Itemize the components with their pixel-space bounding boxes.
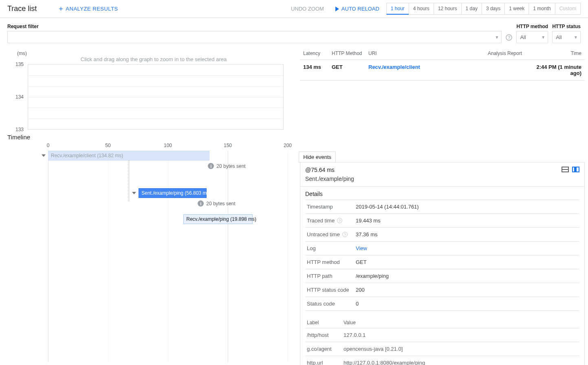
chart-grid [28, 64, 284, 130]
detail-value: 19.443 ms [356, 218, 578, 224]
detail-key: Traced time? [307, 218, 356, 224]
auto-reload-label: AUTO RELOAD [341, 6, 379, 12]
layout-vertical-icon[interactable] [572, 167, 579, 172]
span-annotation: i 20 bytes sent [198, 200, 235, 207]
timeline-axis: 0 50 100 150 200 [48, 142, 288, 150]
time-range-custom[interactable]: Custom [555, 3, 581, 15]
x-tick: 150 [224, 143, 232, 148]
label-key: http.url [307, 360, 344, 365]
dropdown-icon: ▼ [541, 35, 545, 40]
detail-value: 200 [356, 287, 578, 293]
trace-table-row[interactable]: 134 ms GET Recv./example/client 2:44 PM … [300, 59, 585, 81]
detail-row: HTTP methodGET [305, 255, 579, 269]
detail-row: Status code0 [305, 297, 579, 311]
y-tick: 134 [15, 94, 24, 100]
chevron-down-icon[interactable] [42, 154, 46, 157]
request-filter-label: Request filter [7, 24, 502, 29]
layout-horizontal-icon[interactable] [562, 167, 569, 172]
detail-key: HTTP path [307, 273, 356, 279]
time-range-3-days[interactable]: 3 days [482, 3, 505, 15]
time-range-1-hour[interactable]: 1 hour [386, 3, 409, 15]
page-title: Trace list [7, 4, 37, 13]
detail-key: Status code [307, 301, 356, 307]
time-range-12-hours[interactable]: 12 hours [434, 3, 462, 15]
analyze-results-label: ANALYZE RESULTS [66, 6, 118, 12]
dropdown-icon: ▼ [574, 35, 578, 40]
chevron-down-icon[interactable] [132, 192, 136, 194]
annotation-text: 20 bytes sent [216, 163, 245, 169]
detail-key: Log [307, 245, 356, 251]
hide-events-button[interactable]: Hide events [299, 152, 336, 163]
timeline-body: Hide events Recv./example/client (134.82… [48, 150, 288, 362]
http-method-value: All [520, 34, 526, 40]
detail-row: HTTP path/example/ping [305, 269, 579, 283]
undo-zoom-button[interactable]: UNDO ZOOM [291, 6, 324, 12]
help-icon[interactable]: ? [342, 232, 348, 237]
detail-span-name: Sent./example/ping [305, 176, 558, 182]
time-range-group: 1 hour 4 hours 12 hours 1 day 3 days 1 w… [387, 3, 581, 15]
request-filter-input[interactable]: ▼ [7, 31, 502, 43]
annotation-text: 20 bytes sent [206, 201, 235, 207]
detail-value: GET [356, 259, 578, 265]
time-range-1-month[interactable]: 1 month [529, 3, 555, 15]
span-annotation: i 20 bytes sent [208, 163, 245, 169]
help-icon[interactable]: ? [506, 34, 512, 41]
detail-value: /example/ping [356, 273, 578, 279]
filter-row: Request filter ▼ ? HTTP method All ▼ HTT… [0, 18, 588, 43]
label-value: opencensus-java [0.21.0] [344, 346, 578, 352]
span-recv-ping[interactable]: Recv./example/ping (19.898 ms) [183, 214, 253, 224]
play-icon [335, 7, 339, 11]
label-row: /http/host127.0.0.1 [305, 328, 579, 342]
cell-time: 2:44 PM (1 minute ago) [529, 64, 581, 76]
col-time: Time [529, 51, 581, 56]
cell-latency: 134 ms [303, 64, 332, 76]
labels-col-value: Value [344, 320, 578, 325]
help-icon[interactable]: ? [337, 218, 342, 223]
label-row: http.urlhttp://127.0.0.1:8080/example/pi… [305, 356, 579, 365]
http-status-value: All [556, 34, 562, 40]
connector [129, 161, 129, 201]
http-status-select[interactable]: All ▼ [552, 31, 581, 43]
labels-header: Label Value [305, 317, 579, 328]
detail-row: LogView [305, 242, 579, 255]
cell-method: GET [332, 64, 368, 76]
detail-row: Traced time?19.443 ms [305, 214, 579, 228]
span-sent-ping[interactable]: Sent./example/ping (56.803 ms) [139, 188, 207, 198]
label-value: http://127.0.0.1:8080/example/ping [344, 360, 578, 365]
x-tick: 50 [105, 143, 110, 148]
info-icon: i [208, 163, 214, 169]
latency-chart[interactable]: Click and drag along the graph to zoom i… [7, 56, 300, 130]
dropdown-icon: ▼ [495, 35, 499, 40]
info-icon: i [198, 200, 204, 207]
http-method-label: HTTP method [516, 24, 548, 29]
span-root[interactable]: Recv./example/client (134.82 ms) [48, 151, 209, 161]
time-range-4-hours[interactable]: 4 hours [409, 3, 434, 15]
time-range-1-day[interactable]: 1 day [461, 3, 482, 15]
chart-hint: Click and drag along the graph to zoom i… [7, 56, 300, 64]
label-row: g.co/agentopencensus-java [0.21.0] [305, 342, 579, 356]
details-section-title: Details [300, 187, 584, 200]
cell-report [488, 64, 529, 76]
detail-offset: @75.64 ms [305, 167, 558, 173]
details-table: Timestamp2019-05-14 (14:44:01.761)Traced… [305, 200, 579, 311]
detail-key: Timestamp [307, 204, 356, 210]
y-tick: 133 [15, 127, 24, 132]
x-tick: 200 [284, 143, 292, 148]
detail-key: HTTP status code [307, 287, 356, 293]
toolbar: Trace list + ANALYZE RESULTS UNDO ZOOM A… [0, 0, 588, 18]
timeline-title: Timeline [7, 134, 300, 141]
http-method-select[interactable]: All ▼ [516, 31, 548, 43]
auto-reload-button[interactable]: AUTO RELOAD [335, 6, 379, 12]
detail-key: HTTP method [307, 259, 356, 265]
detail-row: HTTP status code200 [305, 283, 579, 297]
detail-row: Untraced time?37.36 ms [305, 228, 579, 242]
analyze-results-button[interactable]: + ANALYZE RESULTS [59, 5, 118, 13]
time-range-1-week[interactable]: 1 week [504, 3, 529, 15]
detail-panel: @75.64 ms Sent./example/ping Details Tim… [300, 162, 585, 365]
col-latency: Latency [303, 51, 332, 56]
col-method: HTTP Method [332, 51, 368, 56]
detail-value: 2019-05-14 (14:44:01.761) [356, 204, 578, 210]
detail-value[interactable]: View [356, 245, 578, 251]
x-tick: 0 [47, 143, 50, 148]
cell-uri[interactable]: Recv./example/client [368, 64, 488, 76]
